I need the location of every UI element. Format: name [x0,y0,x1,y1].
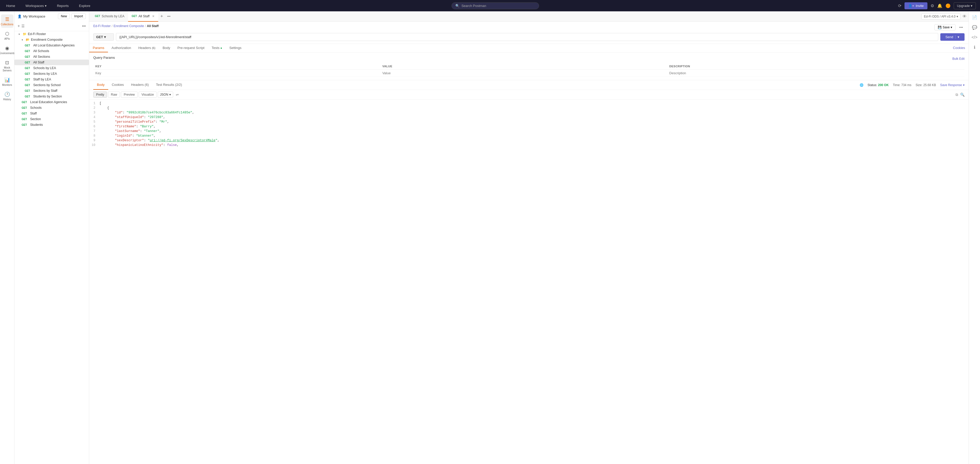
req-tab-tests[interactable]: Tests ● [208,44,226,52]
save-response-button[interactable]: Save Response ▾ [940,83,964,87]
sidebar-item-collections[interactable]: ☰ Collections [1,14,13,28]
tree-item-3[interactable]: GET All Staff [14,59,89,65]
resp-tab-headers[interactable]: Headers (6) [127,80,153,90]
bell-icon[interactable]: 🔔 [937,3,942,8]
filter-icon[interactable]: ☰ [21,24,25,28]
tree-root-4[interactable]: GET Students [14,122,89,128]
req-tab-authorization[interactable]: Authorization [108,44,135,52]
tab-more-button[interactable]: ••• [165,15,173,18]
key-input[interactable] [95,71,378,75]
new-button[interactable]: New [58,13,70,19]
req-tab-headers[interactable]: Headers (6) [135,44,159,52]
value-input[interactable] [382,71,665,75]
icon-sidebar: ☰ Collections ⬡ APIs ◉ Environments ⊡ Mo… [0,11,14,464]
main-layout: ☰ Collections ⬡ APIs ◉ Environments ⊡ Mo… [0,11,980,464]
response-area: Body Cookies Headers (6) Test Results (2… [89,80,969,464]
breadcrumb-edfi[interactable]: Ed-Fi Roster [93,24,111,28]
tree-root-item[interactable]: ▾ 📁 Ed-Fi Roster [14,31,89,37]
tree-item-5[interactable]: GET Sections by LEA [14,71,89,77]
import-button[interactable]: Import [72,13,86,19]
invite-button[interactable]: 👤+ Invite [905,2,928,9]
req-tab-params[interactable]: Params [89,44,108,52]
req-tab-settings[interactable]: Settings [226,44,245,52]
req-tab-pre-request[interactable]: Pre-request Script [174,44,208,52]
tree-root-3[interactable]: GET Section [14,116,89,122]
tree-item-2[interactable]: GET All Sections [14,54,89,59]
person-icon: 👤 [18,14,22,18]
workspaces-menu[interactable]: Workspaces ▾ [24,3,49,9]
upgrade-button[interactable]: Upgrade ▾ [954,2,976,9]
search-response-icon[interactable]: 🔍 [960,92,964,97]
cookies-link[interactable]: Cookies [949,44,969,52]
save-button[interactable]: 💾 Save ▾ [934,24,956,30]
tree-item-0[interactable]: GET All Local Education Agencies [14,43,89,48]
send-button[interactable]: Send ▾ [940,33,964,41]
apis-icon: ⬡ [5,31,9,37]
right-comment-icon[interactable]: 💬 [970,24,979,32]
sidebar-item-mock-servers[interactable]: ⊡ Mock Servers [1,58,13,74]
resp-tab-body[interactable]: Body [93,80,108,90]
tree-item-8[interactable]: GET Sections by Staff [14,88,89,94]
resp-tab-test-results[interactable]: Test Results (2/2) [152,80,186,90]
collections-icon: ☰ [5,16,9,22]
json-format-selector[interactable]: JSON ▾ [158,91,173,98]
preview-button[interactable]: Preview [121,91,138,98]
copy-icon[interactable]: ⧉ [956,92,958,97]
sidebar-item-apis[interactable]: ⬡ APIs [1,29,13,42]
right-code-icon[interactable]: </> [970,33,979,41]
response-size: Size: 25.68 KB [916,83,936,87]
request-area: Ed-Fi Roster / Enrollment Composite / Al… [89,22,969,44]
add-tab-button[interactable]: + [158,14,165,19]
tab-schools-by-lea[interactable]: GET Schools by LEA [91,11,128,22]
tab-all-staff[interactable]: GET All Staff ✕ [128,11,158,22]
tree-item-1[interactable]: GET All Schools [14,48,89,54]
tree-folder-item[interactable]: ▾ 📂 Enrollment Composite [14,37,89,43]
breadcrumb-bar: Ed-Fi Roster / Enrollment Composite / Al… [93,24,964,30]
code-line-2: 2 { [89,106,969,111]
avatar-icon[interactable]: 🟠 [945,3,951,8]
filter-icon[interactable]: ⇌ [176,92,179,97]
visualize-button[interactable]: Visualize [138,91,157,98]
pretty-button[interactable]: Pretty [93,91,107,98]
code-line-4: 4 "staffUniqueId": "207288", [89,115,969,120]
add-collection-icon[interactable]: + [18,24,20,28]
resp-tab-cookies[interactable]: Cookies [108,80,127,90]
close-tab-icon[interactable]: ✕ [152,14,154,18]
req-tab-body[interactable]: Body [159,44,174,52]
desc-input[interactable] [669,71,952,75]
sidebar-item-environments[interactable]: ◉ Environments [1,43,13,57]
tree-root-0[interactable]: GET Local Education Agencies [14,99,89,105]
tree-root-1[interactable]: GET Schools [14,105,89,111]
send-arrow[interactable]: ▾ [955,35,959,39]
eye-icon[interactable]: 👁 [963,14,967,19]
sidebar-item-history[interactable]: 🕐 History [1,89,13,103]
right-info-icon[interactable]: ℹ [972,43,977,51]
request-tabs: Params Authorization Headers (6) Body Pr… [89,44,969,53]
status-ok-label: Status: 200 OK [868,83,889,87]
tree-toggle-folder[interactable]: ▾ [22,38,26,41]
reports-link[interactable]: Reports [55,3,71,9]
tree-item-6[interactable]: GET Staff by LEA [14,77,89,82]
more-options-icon[interactable]: ••• [82,24,86,28]
breadcrumb-enrollment[interactable]: Enrollment Composite [114,24,144,28]
right-doc-icon[interactable]: 📄 [970,13,979,21]
home-link[interactable]: Home [4,3,17,9]
search-box[interactable]: 🔍 Search Postman [452,2,539,9]
tree-item-9[interactable]: GET Students by Section [14,94,89,99]
tree-toggle-root[interactable]: ▾ [19,33,23,35]
tree-item-7[interactable]: GET Sections by School [14,82,89,88]
tree-item-4[interactable]: GET Schools by LEA [14,65,89,71]
col-key: KEY [93,63,380,70]
sidebar-item-monitors[interactable]: 📊 Monitors [1,75,13,88]
mock-servers-icon: ⊡ [5,60,9,65]
workspace-actions: New Import [58,13,86,19]
explore-link[interactable]: Explore [77,3,92,9]
tree-root-2[interactable]: GET Staff [14,111,89,116]
raw-button[interactable]: Raw [108,91,120,98]
env-selector[interactable]: Ed-Fi ODS / API v3.4.0 ▾ 👁 [921,13,967,19]
bulk-edit-button[interactable]: Bulk Edit [953,57,964,61]
more-options-btn[interactable]: ••• [958,24,964,30]
url-input[interactable]: {{API_URL}}/composites/v1/ed-fi/enrollme… [116,33,938,41]
settings-icon[interactable]: ⚙ [931,3,934,8]
method-selector[interactable]: GET ▾ [93,33,114,41]
